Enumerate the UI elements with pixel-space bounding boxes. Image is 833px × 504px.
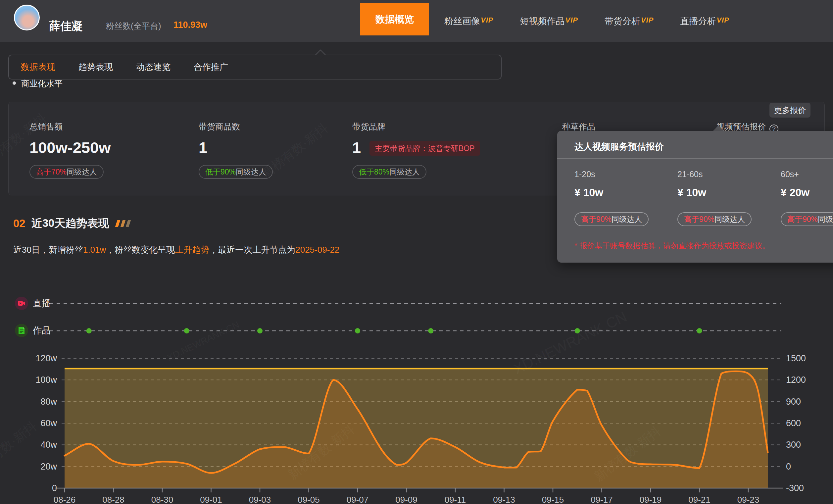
subtab-data-performance[interactable]: 数据表现 [21,61,55,73]
app-header: 薛佳凝 粉丝数(全平台) 110.93w 数据概览 粉丝画像VIP 短视频作品V… [0,0,833,42]
price-value: ¥ 10w [677,187,706,199]
section-title-commercialization: 商业化水平 [21,78,63,89]
svg-text:09-03: 09-03 [249,495,271,504]
peer-compare-badge: 低于80%同级达人 [352,165,426,179]
subtab-cooperation-promo[interactable]: 合作推广 [194,61,228,73]
account-name: 薛佳凝 [49,19,83,34]
section-title-trend: 近30天趋势表现 [31,216,109,231]
avatar[interactable] [14,5,40,30]
stat-value: 1 [352,138,361,157]
decoration-tick [126,220,131,227]
price-value: ¥ 20w [781,187,809,199]
vip-badge: VIP [716,16,729,24]
trend-summary-text: 近30日，新增粉丝1.01w，粉丝数变化呈现上升趋势，最近一次上升节点为2025… [13,244,339,256]
svg-text:08-26: 08-26 [54,495,76,504]
vip-badge: VIP [565,16,578,24]
legend-label: 作品 [33,325,51,336]
document-icon [15,324,28,337]
legend-item-works[interactable]: 作品 [15,324,51,337]
svg-text:-300: -300 [786,483,804,493]
svg-text:09-21: 09-21 [688,495,711,504]
peer-compare-badge: 低于90%同级达人 [199,165,273,179]
fans-count-value: 110.93w [173,20,207,30]
decoration-tick [115,220,120,227]
vip-badge: VIP [481,16,493,24]
svg-text:09-11: 09-11 [445,495,466,504]
svg-text:09-17: 09-17 [591,495,613,504]
top-nav: 数据概览 粉丝画像VIP 短视频作品VIP 带货分析VIP 直播分析VIP [360,0,756,42]
svg-text:09-19: 09-19 [640,495,662,504]
subtab-activity-overview[interactable]: 动态速览 [136,61,170,73]
svg-text:09-15: 09-15 [542,495,564,504]
nav-tab-fan-portrait[interactable]: 粉丝画像VIP [444,15,493,27]
svg-text:09-13: 09-13 [493,495,515,504]
svg-text:120w: 120w [35,353,57,363]
peer-compare-badge: 高于90%同级达人 [574,212,649,226]
peer-compare-badge: 高于90%同级达人 [781,212,833,226]
duration-label: 21-60s [677,170,703,179]
peer-compare-badge: 高于90%同级达人 [677,212,752,226]
section-number: 02 [13,217,25,230]
section-bullet [13,81,16,85]
fans-count-label: 粉丝数(全平台) [106,21,161,31]
nav-tab-ecommerce-analysis[interactable]: 带货分析VIP [604,15,653,27]
svg-text:80w: 80w [40,397,57,407]
svg-text:09-23: 09-23 [737,495,760,504]
svg-text:09-05: 09-05 [298,495,320,504]
watermark: 新榜有数·新抖 [0,417,40,480]
svg-text:1500: 1500 [786,353,806,363]
svg-text:08-28: 08-28 [102,495,124,504]
trend-section-header: 02 近30天趋势表现 [13,216,130,231]
svg-text:900: 900 [786,397,801,407]
svg-text:600: 600 [786,418,801,428]
vip-badge: VIP [641,16,653,24]
svg-text:60w: 60w [40,418,57,428]
svg-text:09-09: 09-09 [395,495,418,504]
svg-text:100w: 100w [35,375,57,385]
svg-text:09-07: 09-07 [347,495,369,504]
nav-tab-short-video-works[interactable]: 短视频作品VIP [520,15,578,27]
stat-label: 带货商品数 [199,121,240,132]
divider [557,158,833,159]
svg-text:1200: 1200 [786,375,806,385]
subtabs-bar: 数据表现 趋势表现 动态速览 合作推广 [8,55,502,79]
live-video-icon [15,297,28,310]
popup-disclaimer: * 报价基于账号数据估算，请勿直接作为投放或投资建议。 [574,241,770,251]
popup-title: 达人视频服务预估报价 [574,141,664,153]
subtab-trend-performance[interactable]: 趋势表现 [78,61,113,73]
stat-label: 带货品牌 [352,121,385,132]
nav-tab-data-overview[interactable]: 数据概览 [360,3,429,35]
watermark: XD.NEWRANK.CN [511,308,629,378]
page: 薛佳凝 粉丝数(全平台) 110.93w 数据概览 粉丝画像VIP 短视频作品V… [0,0,833,504]
watermark: 新榜有数·新抖 [285,421,358,483]
price-value: ¥ 10w [574,187,603,199]
svg-text:0: 0 [52,483,57,493]
svg-text:300: 300 [786,440,801,450]
stat-value: 1 [199,138,207,157]
legend-label: 直播 [33,297,51,309]
svg-text:08-30: 08-30 [151,495,173,504]
svg-text:40w: 40w [40,440,57,450]
watermark: XD.NEWRANK.CN [166,319,241,363]
legend-item-live[interactable]: 直播 [15,297,51,310]
svg-text:20w: 20w [40,462,57,472]
duration-label: 60s+ [781,170,799,179]
main-brand-tag: 主要带货品牌：波普专研BOP [370,141,480,155]
stat-value: 100w-250w [29,138,111,157]
decoration-tick [120,220,126,227]
stat-label: 总销售额 [29,121,63,132]
more-quotes-button[interactable]: 更多报价 [769,103,810,118]
svg-text:09-01: 09-01 [200,495,222,504]
video-quote-popup: 达人视频服务预估报价 1-20s ¥ 10w 高于90%同级达人 21-60s … [557,131,833,263]
nav-tab-live-analysis[interactable]: 直播分析VIP [680,15,729,27]
svg-text:0: 0 [786,462,791,472]
duration-label: 1-20s [574,170,595,179]
watermark: 新榜有数·新抖 [591,423,664,485]
peer-compare-badge: 高于70%同级达人 [29,165,104,179]
